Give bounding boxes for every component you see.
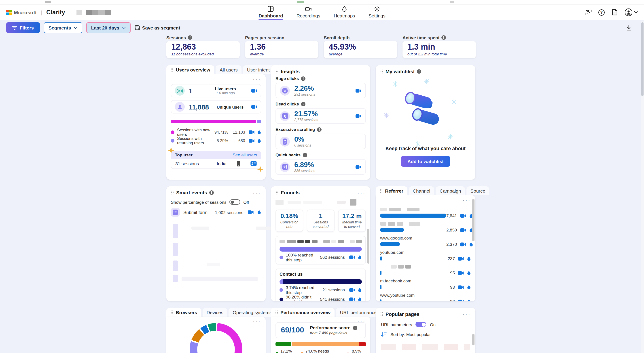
info-icon[interactable] <box>417 69 421 74</box>
users-overview-widget: Users overview All users User intent ···… <box>166 65 266 180</box>
view-heatmap-icon[interactable] <box>358 297 362 301</box>
tab-all-users[interactable]: All users <box>216 65 242 74</box>
help-icon[interactable]: ? <box>598 9 605 15</box>
info-icon[interactable] <box>303 153 307 157</box>
view-heatmap-icon[interactable] <box>467 270 471 276</box>
user-profile-card-icon[interactable] <box>250 161 257 166</box>
url-parameters-toggle[interactable] <box>416 322 426 327</box>
view-recordings-icon[interactable] <box>458 299 464 301</box>
more-menu[interactable]: ··· <box>253 319 261 325</box>
view-recordings-icon[interactable] <box>460 242 466 246</box>
view-recordings-icon[interactable] <box>458 256 464 261</box>
view-heatmap-icon[interactable] <box>358 255 362 260</box>
tab-settings[interactable]: Settings <box>368 4 386 20</box>
funnel-step-2: Contact us 3.74% reached this step 21 se… <box>276 269 366 301</box>
info-icon[interactable] <box>301 102 306 106</box>
funnels-scrollbar[interactable] <box>367 229 370 264</box>
view-recordings-icon[interactable] <box>249 130 254 134</box>
view-heatmap-icon[interactable] <box>358 287 362 293</box>
info-icon[interactable] <box>317 127 321 132</box>
drag-handle-icon[interactable] <box>380 189 383 193</box>
tab-source[interactable]: Source <box>466 186 490 195</box>
tab-users-overview[interactable]: Users overview <box>166 65 214 74</box>
view-recordings-icon[interactable] <box>248 210 254 215</box>
info-icon[interactable] <box>353 326 357 330</box>
tab-browsers[interactable]: Browsers <box>166 308 201 317</box>
tab-dashboard[interactable]: Dashboard <box>258 4 284 20</box>
page-scrollbar[interactable] <box>641 20 644 353</box>
tab-devices[interactable]: Devices <box>202 308 228 317</box>
view-heatmap-icon[interactable] <box>257 129 261 135</box>
drag-handle-icon[interactable] <box>170 67 174 72</box>
view-heatmap-icon[interactable] <box>257 138 261 143</box>
drag-handle-icon[interactable] <box>170 310 174 315</box>
view-recordings-icon[interactable] <box>349 297 355 301</box>
view-heatmap-icon[interactable] <box>467 299 471 301</box>
top-user-row[interactable]: 31 sessions India <box>171 159 261 169</box>
segments-dropdown[interactable]: Segments <box>44 22 82 33</box>
view-recordings-icon[interactable] <box>458 271 464 275</box>
view-recordings-icon[interactable] <box>251 88 257 93</box>
filters-button[interactable]: Filters <box>6 22 40 33</box>
performance-tabs: Performance overview URL performance <box>271 308 370 317</box>
view-heatmap-icon[interactable] <box>467 284 471 290</box>
more-menu[interactable]: ··· <box>462 69 471 75</box>
more-menu[interactable]: ··· <box>462 197 471 203</box>
more-menu[interactable]: ··· <box>357 190 366 196</box>
view-recordings-icon[interactable] <box>356 165 361 169</box>
date-range-dropdown[interactable]: Last 20 days <box>86 22 130 33</box>
info-icon[interactable] <box>301 76 306 81</box>
release-notes-icon[interactable] <box>611 9 618 16</box>
account-menu[interactable] <box>625 8 638 16</box>
view-heatmap-icon[interactable] <box>257 210 261 215</box>
view-heatmap-icon[interactable] <box>469 242 473 247</box>
drag-handle-icon[interactable] <box>275 310 278 315</box>
download-button[interactable] <box>626 25 632 31</box>
widgets-grid: Users overview All users User intent ···… <box>166 65 476 353</box>
view-heatmap-icon[interactable] <box>467 256 471 261</box>
save-as-segment-button[interactable]: Save as segment <box>134 25 180 30</box>
info-icon[interactable] <box>188 35 192 40</box>
tab-channel[interactable]: Channel <box>409 186 434 195</box>
view-recordings-icon[interactable] <box>349 288 355 292</box>
view-recordings-icon[interactable] <box>249 138 254 143</box>
see-all-users-link[interactable]: See all users <box>232 152 257 157</box>
view-recordings-icon[interactable] <box>460 228 466 232</box>
view-recordings-icon[interactable] <box>460 213 466 218</box>
more-menu[interactable]: ··· <box>253 190 261 196</box>
more-menu[interactable]: ··· <box>357 319 366 325</box>
info-icon[interactable] <box>209 191 214 195</box>
view-recordings-icon[interactable] <box>349 255 355 259</box>
drag-handle-icon[interactable] <box>276 190 278 195</box>
view-recordings-icon[interactable] <box>356 88 361 93</box>
more-menu[interactable]: ··· <box>253 76 261 82</box>
sort-by-control[interactable]: Sort by: Most popular <box>376 332 476 337</box>
tab-performance-overview[interactable]: Performance overview <box>271 308 334 317</box>
referrer-scrollbar[interactable] <box>472 199 474 241</box>
view-recordings-icon[interactable] <box>251 105 257 109</box>
page-scrollbar-thumb[interactable] <box>641 22 644 96</box>
tab-heatmaps[interactable]: Heatmaps <box>333 4 356 20</box>
view-recordings-icon[interactable] <box>356 114 361 118</box>
smart-event-row[interactable]: Submit form 1,002 sessions <box>166 206 266 218</box>
browsers-donut-chart[interactable] <box>190 323 242 353</box>
tab-campaign[interactable]: Campaign <box>436 186 465 195</box>
drag-handle-icon[interactable] <box>380 312 383 316</box>
view-recordings-icon[interactable] <box>458 285 464 289</box>
tab-operating-systems[interactable]: Operating systems <box>228 308 276 317</box>
drag-handle-icon[interactable] <box>380 69 383 74</box>
tab-recordings[interactable]: Recordings <box>296 4 321 20</box>
more-menu[interactable]: ··· <box>462 312 471 318</box>
drag-handle-icon[interactable] <box>171 190 174 195</box>
tab-referrer[interactable]: Referrer <box>376 186 408 195</box>
project-name-redacted[interactable] <box>77 9 111 15</box>
tab-url-performance[interactable]: URL performance <box>336 308 381 317</box>
feedback-icon[interactable] <box>585 9 592 16</box>
drag-handle-icon[interactable] <box>276 69 278 74</box>
show-percentage-toggle[interactable] <box>230 199 240 205</box>
info-icon[interactable] <box>442 35 446 40</box>
save-icon <box>134 25 140 30</box>
popular-pages-scrollbar[interactable] <box>472 334 474 346</box>
add-to-watchlist-button[interactable]: Add to watchlist <box>401 156 450 167</box>
more-menu[interactable]: ··· <box>357 69 366 75</box>
